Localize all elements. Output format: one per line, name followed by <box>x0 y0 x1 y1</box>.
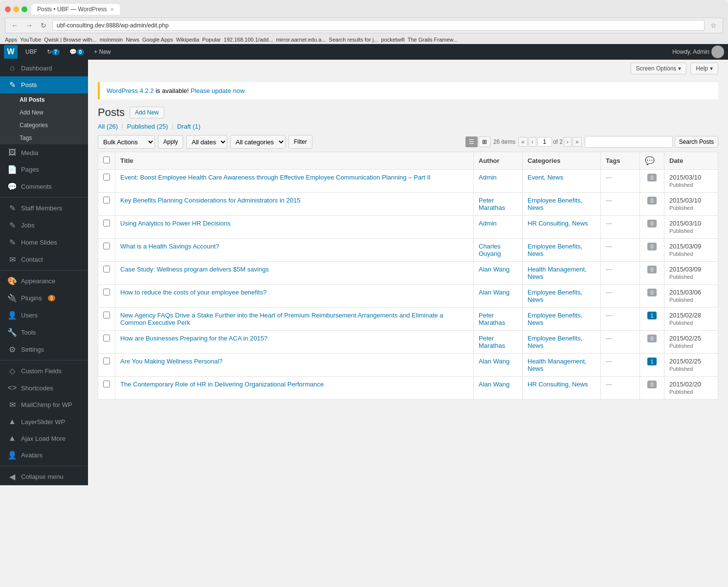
sidebar-item-shortcodes[interactable]: <> Shortcodes <box>0 380 88 396</box>
sidebar-item-home-slides[interactable]: ✎ Home Slides <box>0 234 88 251</box>
category-link[interactable]: HR Consulting, News <box>528 220 588 227</box>
category-link[interactable]: Employee Benefits, News <box>528 312 582 326</box>
category-link[interactable]: Health Management, News <box>528 266 587 280</box>
sidebar-item-settings[interactable]: ⚙ Settings <box>0 341 88 358</box>
row-checkbox[interactable] <box>103 358 110 364</box>
comment-count[interactable]: 0 <box>647 381 656 388</box>
comment-count[interactable]: 0 <box>647 174 656 181</box>
post-title-link[interactable]: Are You Making Wellness Personal? <box>120 358 222 365</box>
author-link[interactable]: Peter Marathas <box>479 197 505 211</box>
first-page-button[interactable]: « <box>518 137 528 147</box>
sidebar-item-users[interactable]: 👤 Users <box>0 307 88 324</box>
close-button[interactable] <box>5 6 11 12</box>
wp-logo[interactable]: W <box>4 45 18 59</box>
bookmark-grails[interactable]: The Grails Framew... <box>408 37 458 43</box>
post-title-link[interactable]: Event: Boost Employee Health Care Awaren… <box>120 174 431 181</box>
post-title-link[interactable]: Using Analytics to Power HR Decisions <box>120 220 230 227</box>
maximize-button[interactable] <box>22 6 27 12</box>
row-checkbox[interactable] <box>103 197 110 203</box>
category-link[interactable]: Health Management, News <box>528 358 587 372</box>
bookmark-youtube[interactable]: YouTube <box>20 37 41 43</box>
bulk-actions-select[interactable]: Bulk Actions Edit Move to Trash <box>98 135 155 149</box>
sidebar-item-staff[interactable]: ✎ Staff Members <box>0 200 88 217</box>
col-header-title[interactable]: Title <box>115 152 474 170</box>
comment-count[interactable]: 0 <box>647 197 656 204</box>
submenu-add-new[interactable]: Add New <box>0 106 88 119</box>
bookmark-icon[interactable]: ☆ <box>708 21 719 30</box>
post-title-link[interactable]: New Agency FAQs Drive a Stake Further in… <box>120 312 443 326</box>
author-link[interactable]: Peter Marathas <box>479 312 505 326</box>
apply-button[interactable]: Apply <box>158 135 183 149</box>
category-link[interactable]: Event, News <box>528 174 563 181</box>
row-checkbox[interactable] <box>103 335 110 341</box>
sidebar-item-appearance[interactable]: 🎨 Appearance <box>0 272 88 290</box>
page-number-input[interactable] <box>537 137 552 147</box>
sidebar-item-media[interactable]: 🖼 Media <box>0 144 88 161</box>
next-page-button[interactable]: › <box>564 137 572 147</box>
bookmark-news[interactable]: News <box>126 37 139 43</box>
minimize-button[interactable] <box>13 6 19 12</box>
category-link[interactable]: Employee Benefits, News <box>528 243 582 257</box>
refresh-button[interactable]: ↻ <box>39 21 48 30</box>
bookmark-popular[interactable]: Popular <box>202 37 221 43</box>
bookmark-moinmoin[interactable]: moinmoin <box>100 37 123 43</box>
category-link[interactable]: Employee Benefits, News <box>528 197 582 211</box>
comment-count[interactable]: 0 <box>647 220 656 227</box>
site-name-item[interactable]: UBF <box>22 44 41 60</box>
author-link[interactable]: Peter Marathas <box>479 335 505 349</box>
post-title-link[interactable]: How to reduce the costs of your employee… <box>120 289 266 296</box>
col-header-tags[interactable]: Tags <box>601 152 640 170</box>
filter-all-link[interactable]: All (26) <box>98 123 118 130</box>
new-content-item[interactable]: + New <box>90 44 114 60</box>
row-checkbox[interactable] <box>103 174 110 181</box>
sidebar-item-plugins[interactable]: 🔌 Plugins 6 <box>0 290 88 307</box>
sidebar-item-collapse[interactable]: ◀ Collapse menu <box>0 468 88 485</box>
col-header-date[interactable]: Date <box>664 152 718 170</box>
author-link[interactable]: Alan Wang <box>479 358 509 365</box>
author-link[interactable]: Alan Wang <box>479 289 509 296</box>
sidebar-item-posts[interactable]: ✎ Posts <box>0 76 88 93</box>
col-header-author[interactable]: Author <box>474 152 523 170</box>
bookmark-wikipedia[interactable]: Wikipedia <box>176 37 199 43</box>
sidebar-item-custom-fields[interactable]: ◇ Custom Fields <box>0 362 88 380</box>
category-link[interactable]: HR Consulting, News <box>528 381 588 388</box>
sidebar-item-dashboard[interactable]: ⌂ Dashboard <box>0 60 88 76</box>
update-now-link[interactable]: Please update now. <box>191 87 246 94</box>
post-title-link[interactable]: Key Benefits Planning Considerations for… <box>120 197 301 204</box>
post-title-link[interactable]: Case Study: Wellness program delivers $5… <box>120 266 269 273</box>
row-checkbox[interactable] <box>103 312 110 318</box>
back-button[interactable]: ← <box>9 21 20 30</box>
update-version-link[interactable]: WordPress 4.2.2 <box>107 87 154 94</box>
comment-count[interactable]: 1 <box>647 312 656 319</box>
sidebar-item-layerslider[interactable]: ▲ LayerSlider WP <box>0 413 88 430</box>
updates-item[interactable]: ↻ 7 <box>43 44 64 60</box>
sidebar-item-comments[interactable]: 💬 Comments <box>0 178 88 195</box>
author-link[interactable]: Alan Wang <box>479 266 509 273</box>
post-title-link[interactable]: How are Businesses Preparing for the ACA… <box>120 335 267 342</box>
comment-count[interactable]: 0 <box>647 289 656 296</box>
author-link[interactable]: Charles Ouyang <box>479 243 501 257</box>
filter-button[interactable]: Filter <box>288 135 312 149</box>
author-link[interactable]: Admin <box>479 174 497 181</box>
submenu-categories[interactable]: Categories <box>0 119 88 132</box>
category-link[interactable]: Employee Benefits, News <box>528 289 582 303</box>
categories-filter-select[interactable]: All categories <box>230 135 286 149</box>
bookmark-search[interactable]: Search results for j... <box>329 37 378 43</box>
sidebar-item-avatars[interactable]: 👤 Avatars <box>0 447 88 464</box>
post-title-link[interactable]: What is a Health Savings Account? <box>120 243 219 250</box>
comment-count[interactable]: 1 <box>647 358 656 365</box>
tab-close-icon[interactable]: ✕ <box>110 7 114 12</box>
bookmark-ip[interactable]: 192.168.100.1/add... <box>224 37 273 43</box>
screen-options-button[interactable]: Screen Options ▾ <box>631 63 687 74</box>
filter-draft-link[interactable]: Draft (1) <box>177 123 200 130</box>
comment-count[interactable]: 0 <box>647 243 656 250</box>
last-page-button[interactable]: » <box>573 137 582 147</box>
dates-filter-select[interactable]: All dates <box>186 135 227 149</box>
author-link[interactable]: Admin <box>479 220 497 227</box>
sidebar-item-jobs[interactable]: ✎ Jobs <box>0 217 88 234</box>
prev-page-button[interactable]: ‹ <box>529 137 536 147</box>
row-checkbox[interactable] <box>103 266 110 272</box>
search-posts-button[interactable]: Search Posts <box>675 136 718 148</box>
address-bar[interactable] <box>52 20 705 31</box>
search-posts-input[interactable] <box>585 136 673 148</box>
